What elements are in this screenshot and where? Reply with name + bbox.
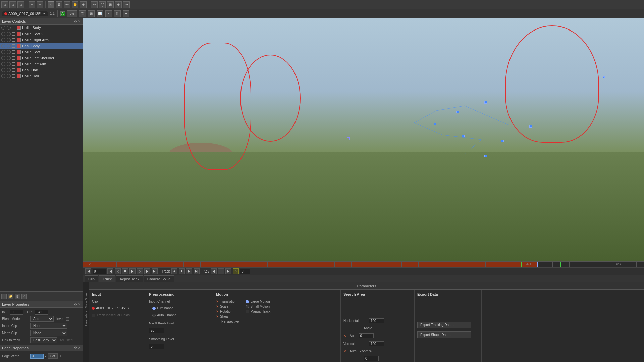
clip-dropdown-arrow[interactable]: ▼	[127, 307, 130, 310]
layer-item[interactable]: Hollie Left Arm	[0, 61, 83, 67]
toolbar-move[interactable]: ⊕	[115, 1, 122, 8]
frame-start-input[interactable]: 0	[93, 269, 106, 274]
layer-vis-2[interactable]	[7, 68, 11, 72]
layer-add[interactable]: +	[1, 294, 7, 299]
toolbar-open[interactable]: □	[9, 1, 16, 8]
layer-vis-1[interactable]	[1, 26, 5, 30]
tab-adjust-track[interactable]: AdjustTrack	[116, 275, 143, 282]
toolbar-b2[interactable]: B+	[64, 1, 70, 8]
stop-btn[interactable]: ■	[122, 268, 128, 274]
color-display[interactable]: A	[60, 11, 65, 16]
layer-item[interactable]: Hollie Coat	[0, 49, 83, 55]
play-btn[interactable]: ▶	[129, 268, 136, 274]
track-back-btn[interactable]: ◀	[171, 268, 177, 274]
panel-icon-gear[interactable]: ⚙	[74, 19, 77, 23]
layer-delete[interactable]: 🗑	[15, 294, 20, 299]
key-add-btn[interactable]: +	[218, 268, 224, 274]
clip-indicator[interactable]: A009_C017_09135! ▼	[2, 11, 48, 16]
in-value[interactable]	[10, 310, 23, 315]
auto-channel-radio[interactable]	[152, 314, 156, 317]
small-motion-radio[interactable]	[246, 305, 249, 308]
frame-current-input[interactable]	[240, 269, 250, 274]
tb-star[interactable]: ✦	[123, 10, 129, 17]
luminance-radio[interactable]	[152, 307, 156, 310]
step-fwd-btn[interactable]: ▶	[144, 268, 150, 274]
layer-item[interactable]: Hollie Right Arm	[0, 37, 83, 43]
toolbar-redo[interactable]: ↪	[37, 1, 43, 8]
zoom-input[interactable]	[364, 356, 379, 361]
tab-clip[interactable]: Clip	[85, 275, 98, 282]
toolbar-select[interactable]: ↖	[48, 1, 54, 8]
layer-vis-1[interactable]	[1, 68, 5, 72]
layer-vis-1[interactable]	[1, 44, 5, 48]
tb-graph[interactable]: 📊	[97, 10, 103, 17]
horizontal-input[interactable]	[369, 318, 384, 323]
layer-props-gear[interactable]: ⚙	[74, 302, 77, 306]
tb-grid[interactable]: ⊞	[88, 10, 95, 17]
layer-vis-1[interactable]	[1, 74, 5, 78]
layer-vis-2[interactable]	[7, 74, 11, 78]
insert-clip-select[interactable]: None	[30, 323, 67, 329]
go-start-btn[interactable]: |◀	[85, 268, 91, 274]
go-end-btn[interactable]: ▶|	[152, 268, 158, 274]
toolbar-circle[interactable]: ◯	[99, 1, 106, 8]
layer-item-selected[interactable]: Basil Body	[0, 43, 83, 49]
layer-vis-2[interactable]	[7, 44, 11, 48]
layer-vis-1[interactable]	[1, 50, 5, 54]
toolbar-b1[interactable]: B	[56, 1, 62, 8]
edge-width-input[interactable]	[30, 354, 44, 359]
export-shape-button[interactable]: Export Shape Data...	[417, 331, 471, 338]
edge-width-minus[interactable]: -	[45, 354, 46, 358]
viewport[interactable]	[83, 18, 644, 261]
tab-track[interactable]: Track	[99, 275, 115, 282]
layer-vis-2[interactable]	[7, 50, 11, 54]
tb-film[interactable]: 🎬	[79, 10, 86, 17]
export-tracking-button[interactable]: Export Tracking Data...	[417, 322, 471, 328]
layer-item[interactable]: Hollie Coat 2	[0, 31, 83, 37]
link-track-select[interactable]: Basil Body	[30, 337, 57, 343]
layer-folder[interactable]: 📁	[8, 294, 13, 299]
tb-layers[interactable]: ≡	[105, 10, 112, 17]
layer-expand[interactable]: ⤢	[21, 294, 27, 299]
panel-icon-close[interactable]: ✕	[78, 19, 81, 23]
key-next-btn[interactable]: ▶	[225, 268, 231, 274]
layer-vis-2[interactable]	[7, 62, 11, 66]
angle-input[interactable]	[359, 333, 374, 338]
out-value[interactable]	[35, 310, 48, 315]
play-fwd-btn[interactable]: ▷	[137, 268, 143, 274]
layer-vis-2[interactable]	[7, 56, 11, 60]
matte-clip-select[interactable]: None	[30, 330, 67, 336]
layer-vis-2[interactable]	[7, 38, 11, 42]
edge-set-plus[interactable]: +	[60, 354, 62, 358]
clip-dropdown-icon[interactable]: ▼	[43, 12, 46, 15]
edge-props-gear[interactable]: ⚙	[74, 346, 77, 350]
key-a-btn[interactable]: A	[233, 268, 239, 274]
layer-vis-2[interactable]	[7, 32, 11, 36]
layer-vis-1[interactable]	[1, 56, 5, 60]
track-stop-btn[interactable]: ■	[179, 268, 185, 274]
track-individual-checkbox[interactable]	[92, 314, 95, 317]
toolbar-new[interactable]: □	[1, 1, 8, 8]
layer-item[interactable]: Basil Hair	[0, 67, 83, 73]
step-back-btn[interactable]: ◀	[107, 268, 113, 274]
tab-camera-solve[interactable]: Camera Solve	[144, 275, 174, 282]
track-fwd-btn[interactable]: ▶	[186, 268, 192, 274]
vertical-input[interactable]	[369, 341, 384, 346]
toolbar-save[interactable]: □	[17, 1, 24, 8]
layer-vis-2[interactable]	[7, 26, 11, 30]
play-back-btn[interactable]: ◁	[115, 268, 121, 274]
manual-track-checkbox[interactable]	[246, 310, 249, 313]
layer-vis-1[interactable]	[1, 32, 5, 36]
layer-vis-1[interactable]	[1, 62, 5, 66]
invert-checkbox[interactable]	[66, 317, 69, 321]
smoothing-input[interactable]	[149, 344, 164, 349]
large-motion-radio[interactable]	[246, 300, 249, 303]
toolbar-zoom-tool[interactable]: ⊕	[80, 1, 87, 8]
toolbar-rect[interactable]: ⊞	[107, 1, 114, 8]
timeline-ruler[interactable]: 0 278 342	[83, 262, 644, 268]
key-prev-btn[interactable]: ◀	[211, 268, 217, 274]
toolbar-undo[interactable]: ↩	[29, 1, 35, 8]
toolbar-draw[interactable]: ✏	[91, 1, 98, 8]
toolbar-pan[interactable]: ✋	[72, 1, 78, 8]
opacity-display[interactable]: 0.5	[67, 10, 77, 17]
